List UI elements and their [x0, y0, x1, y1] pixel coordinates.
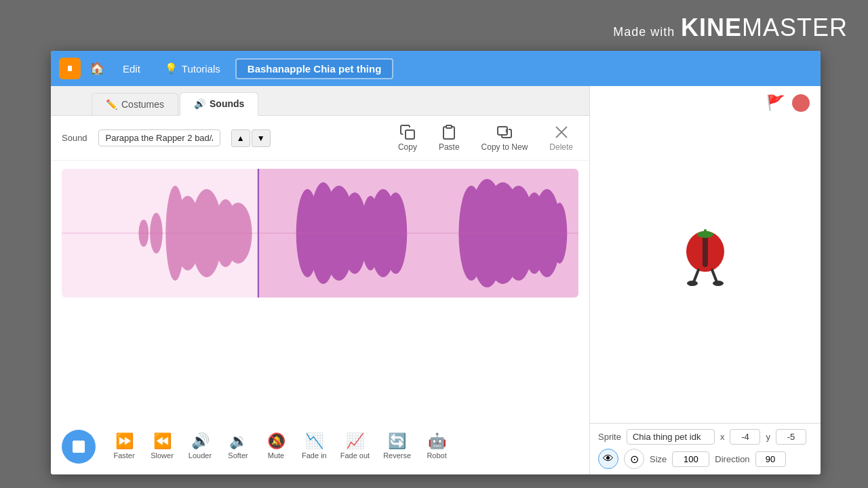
- green-flag-button[interactable]: 🚩: [766, 94, 787, 115]
- robot-icon: 🤖: [428, 434, 446, 449]
- svg-rect-32: [704, 229, 707, 237]
- waveform-display[interactable]: [62, 169, 578, 298]
- app-window: 🏠 Edit 💡 Tutorials Bashanapple Chia pet …: [51, 51, 821, 474]
- svg-rect-0: [406, 130, 414, 139]
- tabs-row: ✏️ Costumes 🔊 Sounds: [51, 86, 589, 116]
- stage-area: 🚩: [590, 86, 821, 423]
- sprite-name-input[interactable]: [627, 429, 715, 445]
- svg-rect-2: [498, 127, 507, 135]
- direction-field-label: Direction: [715, 454, 749, 464]
- sprite-field-label: Sprite: [598, 432, 621, 442]
- sound-toolbar: Sound ▲ ▼ Copy: [51, 116, 589, 161]
- paste-action[interactable]: Paste: [433, 121, 465, 155]
- sprite-svg: [675, 221, 736, 289]
- size-field-label: Size: [650, 454, 667, 464]
- main-content: ✏️ Costumes 🔊 Sounds Sound ▲ ▼: [51, 86, 821, 474]
- copy-to-new-action[interactable]: Copy to New: [476, 121, 534, 155]
- sprite-display: [675, 224, 736, 285]
- copy-action[interactable]: Copy: [393, 121, 422, 155]
- master-text: MASTER: [742, 14, 848, 41]
- sounds-icon: 🔊: [194, 98, 205, 109]
- faster-button[interactable]: ⏩ Faster: [106, 431, 142, 462]
- louder-button[interactable]: 🔊 Louder: [182, 431, 218, 462]
- svg-point-36: [713, 281, 724, 286]
- direction-input[interactable]: [755, 451, 786, 467]
- next-sound-button[interactable]: ▼: [252, 129, 271, 147]
- sprite-name-row: Sprite x y: [598, 429, 812, 445]
- softer-icon: 🔉: [229, 434, 248, 449]
- hide-sprite-button[interactable]: ⊙: [624, 449, 644, 469]
- svg-rect-30: [703, 236, 708, 267]
- svg-line-33: [694, 270, 698, 282]
- made-with-text: Made with: [613, 25, 675, 39]
- slower-icon: ⏪: [153, 434, 172, 449]
- sprite-props-row: 👁 ⊙ Size Direction: [598, 449, 812, 469]
- delete-action[interactable]: Delete: [544, 121, 578, 155]
- tab-costumes[interactable]: ✏️ Costumes: [92, 93, 178, 115]
- delete-icon: [553, 124, 570, 140]
- left-panel: ✏️ Costumes 🔊 Sounds Sound ▲ ▼: [51, 86, 590, 474]
- fade-out-icon: 📈: [346, 434, 364, 449]
- stop-button[interactable]: [792, 94, 810, 112]
- lightbulb-icon: 💡: [165, 62, 178, 75]
- stop-playback-button[interactable]: [62, 430, 96, 464]
- y-coord-label: y: [766, 432, 770, 442]
- waveform-svg: [62, 169, 578, 298]
- paste-icon: [441, 124, 457, 140]
- y-coord-input[interactable]: [776, 429, 806, 445]
- home-button[interactable]: 🏠: [86, 58, 108, 79]
- x-coord-input[interactable]: [730, 429, 760, 445]
- prev-sound-button[interactable]: ▲: [231, 129, 250, 147]
- svg-rect-1: [446, 125, 452, 128]
- reverse-icon: 🔄: [388, 434, 406, 449]
- project-title[interactable]: Bashanapple Chia pet thing: [235, 58, 394, 79]
- arrow-buttons: ▲ ▼: [231, 129, 271, 147]
- size-input[interactable]: [672, 451, 709, 467]
- sprite-info-bar: Sprite x y 👁 ⊙ Size Direction: [590, 423, 821, 474]
- sound-name-input[interactable]: [98, 129, 220, 146]
- edit-button[interactable]: Edit: [113, 59, 150, 79]
- tutorials-button[interactable]: 💡 Tutorials: [155, 58, 230, 79]
- copy-icon: [399, 124, 416, 140]
- tab-sounds[interactable]: 🔊 Sounds: [180, 92, 258, 116]
- controls-row: ⏩ Faster ⏪ Slower 🔊 Louder 🔉 Softer 🔕: [51, 423, 589, 474]
- fade-out-button[interactable]: 📈 Fade out: [335, 431, 375, 462]
- reverse-button[interactable]: 🔄 Reverse: [378, 431, 416, 462]
- slower-button[interactable]: ⏪ Slower: [144, 431, 180, 462]
- louder-icon: 🔊: [191, 434, 210, 449]
- kine-text: KINE: [681, 14, 742, 41]
- svg-point-34: [687, 281, 698, 286]
- copy-to-new-icon: [496, 124, 513, 140]
- watermark: Made with KINEMASTER: [613, 14, 848, 42]
- costumes-icon: ✏️: [106, 99, 117, 110]
- top-bar: 🏠 Edit 💡 Tutorials Bashanapple Chia pet …: [51, 51, 821, 86]
- svg-line-35: [712, 270, 717, 282]
- sound-field-label: Sound: [62, 133, 87, 143]
- robot-button[interactable]: 🤖 Robot: [419, 431, 454, 462]
- mute-icon: 🔕: [267, 434, 285, 449]
- scratch-logo-icon: [62, 61, 77, 76]
- faster-icon: ⏩: [115, 434, 134, 449]
- mute-button[interactable]: 🔕 Mute: [258, 431, 294, 462]
- fade-in-button[interactable]: 📉 Fade in: [296, 431, 332, 462]
- show-sprite-button[interactable]: 👁: [598, 449, 618, 469]
- waveform-container: [51, 161, 589, 423]
- stop-icon: [73, 441, 85, 453]
- softer-button[interactable]: 🔉 Softer: [220, 431, 256, 462]
- fade-in-icon: 📉: [305, 434, 323, 449]
- right-panel: 🚩: [590, 86, 821, 474]
- app-logo: [59, 58, 81, 79]
- x-coord-label: x: [720, 432, 725, 442]
